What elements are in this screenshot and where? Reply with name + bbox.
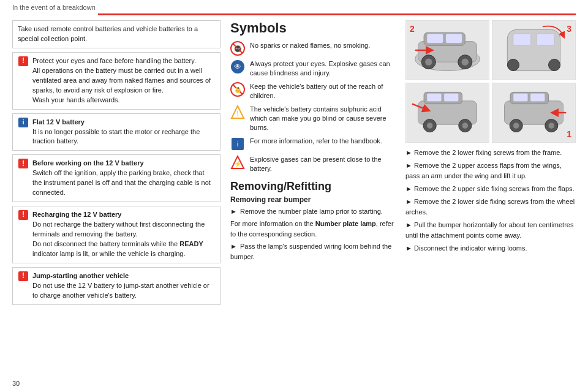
handbook-icon: i	[230, 137, 245, 151]
explosive-gas-icon: ⚡	[230, 155, 245, 170]
arrow-2: ►	[230, 241, 237, 252]
page: In the event of a breakdown Take used re…	[0, 0, 588, 392]
ready-label: READY	[179, 240, 203, 247]
right-step-5: ► Pull the bumper horizontally for about…	[405, 220, 576, 241]
svg-point-47	[513, 123, 519, 129]
symbol-text-5: For more information, refer to the handb…	[250, 137, 382, 146]
children-icon: 👶	[230, 82, 245, 97]
symbol-row-1: 🚭 No sparks or naked flames, no smoking.	[230, 41, 396, 56]
icon-col-3: !	[18, 159, 29, 198]
arrow-1: ►	[230, 206, 237, 217]
svg-text:⚡: ⚡	[234, 160, 242, 168]
right-step-3: ► Remove the 2 upper side fixing screws …	[405, 184, 576, 194]
page-number: 30	[12, 380, 20, 387]
symbol-row-2: 👁 Always protect your eyes. Explosive ga…	[230, 59, 396, 78]
notice-title-flat: Flat 12 V battery	[32, 118, 85, 126]
symbols-title: Symbols	[230, 20, 396, 36]
notice-warning-eyes: ! Protect your eyes and face before hand…	[12, 52, 221, 110]
info-icon-1: i	[18, 118, 28, 127]
notice-info-flat-battery: i Flat 12 V battery It is no longer poss…	[12, 113, 221, 151]
no-sparks-icon: 🚭	[230, 41, 245, 56]
step-number-3: 3	[567, 24, 571, 34]
step-text-3: ► Pass the lamp's suspended wiring loom …	[230, 241, 396, 262]
right-step-6: ► Disconnect the indicator wiring looms.	[405, 243, 576, 254]
middle-column: Symbols 🚭 No sparks or naked flames, no …	[230, 20, 396, 380]
step-number-2: 2	[410, 24, 415, 34]
svg-rect-45	[530, 93, 545, 101]
right-instructions: ► Remove the 2 lower fixing screws from …	[405, 148, 576, 254]
svg-rect-27	[513, 34, 531, 45]
svg-point-23	[462, 58, 469, 66]
svg-point-39	[462, 123, 469, 129]
content: Take used remote control batteries and v…	[0, 15, 588, 385]
svg-point-29	[507, 59, 519, 70]
symbol-row-5: i For more information, refer to the han…	[230, 137, 396, 151]
step-text-1: ► Remove the number plate lamp prior to …	[230, 206, 396, 217]
warning-icon-1: !	[18, 56, 28, 66]
notice-content-eyes: Protect your eyes and face before handli…	[32, 56, 215, 105]
svg-rect-28	[537, 34, 554, 45]
svg-rect-34	[427, 93, 442, 101]
notice-title-before-working: Before working on the 12 V battery	[32, 159, 144, 167]
removing-title: Removing/Refitting	[230, 180, 396, 193]
car-image-bottom-left	[405, 83, 489, 143]
left-column: Take used remote control batteries and v…	[12, 20, 221, 380]
symbol-row-4: ! The vehicle's battery contains sulphur…	[230, 105, 396, 133]
header: In the event of a breakdown	[0, 0, 588, 13]
acid-icon: !	[230, 105, 245, 119]
warning-icon-4: !	[18, 271, 28, 281]
svg-text:👁: 👁	[234, 62, 241, 71]
svg-point-49	[549, 123, 555, 129]
notice-content-recharging: Recharging the 12 V battery Do not recha…	[32, 210, 215, 259]
svg-point-21	[425, 58, 432, 66]
svg-text:👶: 👶	[235, 86, 242, 94]
warning-icon-2: !	[18, 159, 28, 168]
icon-col-5: !	[18, 271, 29, 301]
symbol-row-6: ⚡ Explosive gases can be present close t…	[230, 155, 396, 174]
svg-point-30	[549, 59, 560, 70]
symbol-text-3: Keep the vehicle's battery out of the re…	[250, 82, 396, 101]
right-step-4: ► Remove the 2 lower side fixing screws …	[405, 197, 576, 217]
symbol-text-1: No sparks or naked flames, no smoking.	[250, 41, 370, 50]
car-image-1: 1	[492, 83, 576, 143]
svg-text:!: !	[236, 110, 238, 117]
removing-subtitle: Removing rear bumper	[230, 195, 396, 204]
notice-warning-jumpstart: ! Jump-starting another vehicle Do not u…	[12, 267, 221, 305]
notice-warning-recharging: ! Recharging the 12 V battery Do not rec…	[12, 206, 221, 263]
svg-rect-19	[446, 34, 462, 43]
step-number-1: 1	[567, 129, 571, 139]
icon-col-4: !	[18, 210, 29, 259]
car-images-grid: 2 3	[405, 20, 576, 143]
notice-content-before-working: Before working on the 12 V battery Switc…	[32, 159, 215, 198]
header-title: In the event of a breakdown	[12, 4, 576, 11]
svg-rect-44	[513, 93, 528, 101]
icon-col-1: !	[18, 56, 29, 105]
right-column: 2 3	[405, 20, 576, 380]
svg-point-37	[427, 123, 433, 129]
svg-rect-18	[427, 34, 443, 43]
svg-text:i: i	[237, 140, 238, 148]
car-image-3: 3	[492, 20, 576, 80]
warning-icon-3: !	[18, 210, 28, 220]
svg-rect-35	[444, 93, 459, 101]
eye-protection-icon: 👁	[230, 59, 245, 74]
symbol-text-6: Explosive gases can be present close to …	[250, 155, 396, 174]
right-step-1: ► Remove the 2 lower fixing screws from …	[405, 148, 576, 158]
battery-notice: Take used remote control batteries and v…	[12, 20, 221, 48]
svg-text:🚭: 🚭	[234, 45, 242, 53]
notice-content-jumpstart: Jump-starting another vehicle Do not use…	[32, 271, 215, 301]
symbol-text-2: Always protect your eyes. Explosive gase…	[250, 59, 396, 78]
symbol-text-4: The vehicle's battery contains sulphuric…	[250, 105, 396, 133]
symbol-row-3: 👶 Keep the vehicle's battery out of the …	[230, 82, 396, 101]
notice-content-flat: Flat 12 V battery It is no longer possib…	[32, 118, 215, 147]
notice-title-jumpstart: Jump-starting another vehicle	[32, 272, 129, 279]
notice-warning-before-working: ! Before working on the 12 V battery Swi…	[12, 154, 221, 202]
car-image-2: 2	[405, 20, 489, 80]
number-plate-label: Number plate lamp	[315, 220, 376, 227]
icon-col-2: i	[18, 118, 29, 147]
notice-title-recharging: Recharging the 12 V battery	[32, 211, 122, 218]
right-step-2: ► Remove the 2 upper access flaps from t…	[405, 160, 576, 181]
step-text-2: For more information on the Number plate…	[230, 219, 396, 239]
